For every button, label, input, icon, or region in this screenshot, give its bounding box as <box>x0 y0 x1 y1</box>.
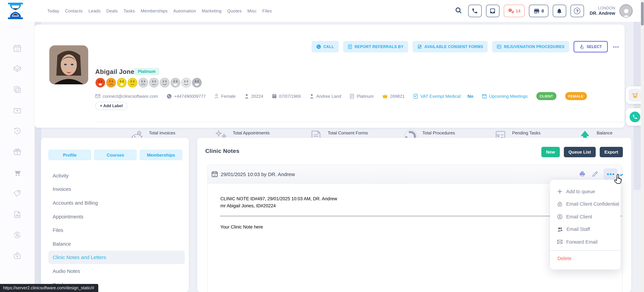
menu-item-files[interactable]: Files <box>41 223 189 237</box>
patient-phone[interactable]: +447490009777 <box>167 94 206 99</box>
gift-icon[interactable] <box>13 148 22 157</box>
nav-item[interactable]: Leads <box>88 9 100 14</box>
menu-item-clinic-notes[interactable]: Clinic Notes and Letters <box>48 250 185 264</box>
report-icon[interactable] <box>13 210 22 219</box>
add-label-button[interactable]: + Add Label <box>95 102 128 110</box>
user-location: LONDON <box>590 6 615 11</box>
nav-item[interactable]: Memberships <box>141 9 168 14</box>
patient-account-no: 269821 <box>382 94 405 99</box>
svg-text:12: 12 <box>484 96 485 98</box>
mood-face[interactable] <box>128 78 138 88</box>
new-note-button[interactable]: New <box>541 147 560 157</box>
pos-count: 8 <box>542 9 544 14</box>
mood-face[interactable] <box>170 78 180 88</box>
tab-memberships[interactable]: Memberships <box>140 150 182 160</box>
client-sync-icon[interactable] <box>13 230 22 240</box>
pos-icon[interactable]: 8 <box>529 5 548 17</box>
consent-icon <box>417 44 422 49</box>
document-icon <box>350 94 354 99</box>
nav-item[interactable]: Misc <box>247 9 256 14</box>
nav-item[interactable]: Automation <box>174 9 196 14</box>
page-scrollbar[interactable] <box>641 0 644 292</box>
patient-actions: CALL REPORT REFERRALS BY AVAILABLE CONSE… <box>312 41 619 52</box>
phone-icon[interactable] <box>468 5 482 17</box>
menu-forward-email[interactable]: Forward Email <box>550 236 620 248</box>
menu-item-activity[interactable]: Activity <box>41 169 189 182</box>
user-info[interactable]: LONDON DR. Andrew <box>590 6 615 16</box>
menu-item-balance[interactable]: Balance <box>41 237 189 250</box>
note-more-icon[interactable] <box>604 168 618 180</box>
user-avatar[interactable] <box>620 4 632 18</box>
mood-face[interactable] <box>95 78 105 88</box>
menu-delete[interactable]: Delete <box>550 252 620 265</box>
menu-email-staff[interactable]: Email Staff <box>550 223 620 236</box>
patient-id: 20224 <box>244 94 263 99</box>
mood-face[interactable] <box>106 78 116 88</box>
consent-forms-button[interactable]: AVAILABLE CONSENT FORMS <box>412 41 488 52</box>
messages-icon[interactable]: 14 <box>504 5 524 17</box>
cart-icon[interactable] <box>13 168 22 177</box>
mood-face[interactable] <box>160 78 170 88</box>
nav-item[interactable]: Tasks <box>124 9 135 14</box>
tag-icon[interactable] <box>13 189 22 198</box>
mood-face[interactable] <box>192 78 202 88</box>
mood-face[interactable] <box>149 78 159 88</box>
queue-list-button[interactable]: Queue List <box>564 147 596 157</box>
menu-email-client[interactable]: Email Client <box>550 210 620 223</box>
mood-face[interactable] <box>181 78 191 88</box>
mood-face[interactable] <box>138 78 148 88</box>
upcoming-meetings-link[interactable]: 12 Upcoming Meetings <box>482 94 528 99</box>
search-icon[interactable] <box>455 7 462 15</box>
scrollbar-thumb[interactable] <box>641 2 644 26</box>
locker-icon[interactable] <box>13 251 22 260</box>
clinicsoftware-app: TodayContactsLeadsDealsTasksMembershipsA… <box>0 0 644 292</box>
copy-icon[interactable] <box>13 85 22 94</box>
package-icon[interactable] <box>13 64 22 73</box>
help-icon[interactable]: ? <box>570 5 584 17</box>
export-button[interactable]: Export <box>600 147 623 157</box>
rejuvenation-button[interactable]: REJUVENATION PROCEDURES <box>492 41 569 52</box>
menu-item-invoices[interactable]: Invoices <box>41 182 189 196</box>
nav-item[interactable]: Quotes <box>227 9 242 14</box>
select-button[interactable]: SELECT <box>574 41 608 52</box>
menu-item-audio-notes[interactable]: Audio Notes <box>41 264 189 278</box>
nav-item[interactable]: Marketing <box>202 9 222 14</box>
edit-icon[interactable] <box>591 170 600 178</box>
svg-text:12: 12 <box>214 174 216 176</box>
menu-add-to-queue[interactable]: Add to queue <box>550 185 620 198</box>
tab-profile[interactable]: Profile <box>48 150 91 160</box>
calendar-icon[interactable]: 12 <box>13 44 22 53</box>
history-icon[interactable] <box>13 126 22 135</box>
person-icon <box>244 94 249 98</box>
call-button[interactable]: CALL <box>312 41 339 52</box>
mood-face[interactable] <box>117 78 127 88</box>
report-referrals-button[interactable]: REPORT REFERRALS BY <box>343 41 408 52</box>
print-icon[interactable] <box>578 170 587 178</box>
tab-courses[interactable]: Courses <box>94 150 137 160</box>
menu-email-client-confidential[interactable]: Email Client Confidential <box>550 198 620 210</box>
notifications-icon[interactable] <box>553 5 566 17</box>
top-bar: TodayContactsLeadsDealsTasksMembershipsA… <box>0 0 644 22</box>
envelope-icon <box>557 240 562 244</box>
envelope-icon <box>95 94 100 98</box>
nav-item[interactable]: Deals <box>106 9 118 14</box>
nav-item[interactable]: Contacts <box>65 9 83 14</box>
vat-document-icon <box>414 94 418 99</box>
menu-item-accounts-billing[interactable]: Accounts and Billing <box>41 196 189 210</box>
patient-gender: Female <box>214 94 236 99</box>
menu-item-appointments[interactable]: Appointments <box>41 210 189 223</box>
messages-count: 14 <box>516 9 520 14</box>
nav-item[interactable]: Today <box>47 9 59 14</box>
patient-contact-row: connect@clinicsoftware.com +447490009777… <box>95 92 587 100</box>
redeem-icon[interactable] <box>13 106 22 115</box>
nav-item[interactable]: Files <box>262 9 272 14</box>
clinicsoftware-logo-icon[interactable] <box>7 3 24 21</box>
tier-badge: Platinum <box>134 68 159 75</box>
vat-exempt-link[interactable]: VAT Exempt Medical: No <box>414 94 474 99</box>
more-actions-icon[interactable]: ••• <box>613 44 619 50</box>
inbox-icon[interactable] <box>486 5 500 17</box>
call-icon <box>316 44 321 49</box>
patient-email[interactable]: connect@clinicsoftware.com <box>95 94 158 99</box>
svg-text:12: 12 <box>16 48 19 51</box>
profile-menu: Activity Invoices Accounts and Billing A… <box>41 169 189 291</box>
